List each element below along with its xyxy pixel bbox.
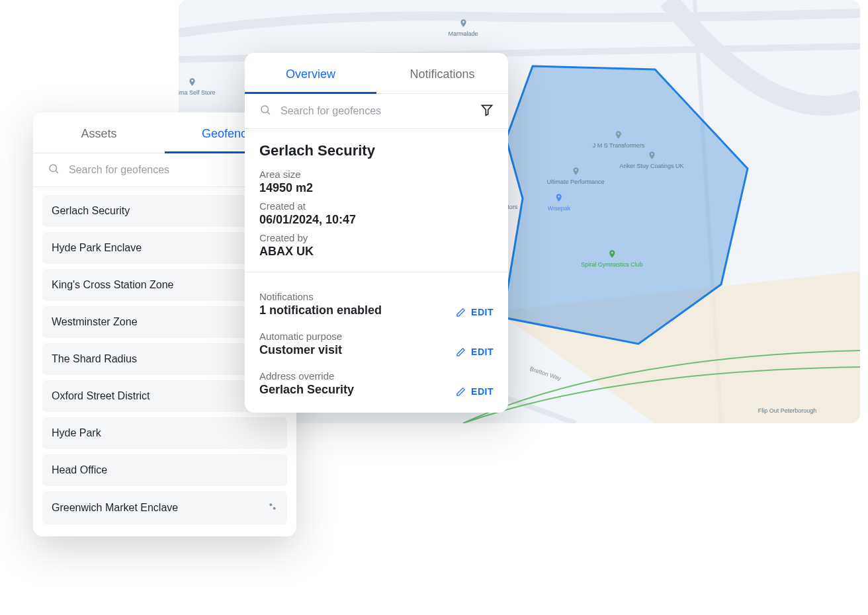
geofence-title: Gerlach Security xyxy=(259,142,494,159)
pencil-icon xyxy=(456,387,466,397)
geofence-item-label: Hyde Park Enclave xyxy=(52,242,142,254)
pencil-icon xyxy=(456,308,466,317)
detail-panel-tabs: Overview Notifications xyxy=(245,53,508,94)
purpose-value: Customer visit xyxy=(259,343,342,357)
tab-overview[interactable]: Overview xyxy=(245,53,376,93)
svg-point-3 xyxy=(273,507,276,510)
map-poi: J M S Transformers xyxy=(593,129,645,149)
map-poi: Anker Stuy Coatings UK xyxy=(619,149,683,169)
detail-search-input[interactable] xyxy=(279,104,472,118)
svg-point-0 xyxy=(50,165,57,172)
pin-icon xyxy=(267,501,278,514)
map-poi: Spiral Gymnastics Club xyxy=(581,248,643,268)
svg-line-1 xyxy=(56,171,58,173)
geofence-item-label: Oxford Street District xyxy=(52,390,150,402)
search-icon xyxy=(48,163,60,177)
svg-point-4 xyxy=(261,106,269,113)
geofence-item-label: Greenwich Market Enclave xyxy=(52,502,178,514)
geofence-item-label: Hyde Park xyxy=(52,427,101,439)
address-label: Address override xyxy=(259,370,354,382)
geofence-list-item[interactable]: Head Office xyxy=(42,454,287,486)
divider xyxy=(245,272,508,272)
search-icon xyxy=(259,104,271,118)
area-size-value: 14950 m2 xyxy=(259,181,494,195)
geofence-detail-panel: Overview Notifications Gerlach Security … xyxy=(245,53,508,413)
edit-label: EDIT xyxy=(471,347,494,357)
map-poi: Flip Out Peterborough xyxy=(758,406,817,414)
geofence-list-item[interactable]: Greenwich Market Enclave xyxy=(42,491,287,524)
geofence-item-label: Head Office xyxy=(52,464,107,476)
edit-purpose-button[interactable]: EDIT xyxy=(456,347,494,357)
geofence-item-label: The Shard Radius xyxy=(52,353,137,365)
edit-label: EDIT xyxy=(471,307,494,317)
area-size-label: Area size xyxy=(259,169,494,180)
geofence-item-label: Gerlach Security xyxy=(52,205,130,217)
map-poi: Wisepak xyxy=(548,192,571,212)
created-by-label: Created by xyxy=(259,232,494,243)
map-poi: Optima Self Store xyxy=(179,76,216,96)
svg-point-2 xyxy=(269,503,272,506)
map-poi: Marmalade xyxy=(448,17,478,37)
created-at-label: Created at xyxy=(259,200,494,212)
purpose-label: Automatic purpose xyxy=(259,331,342,342)
geofence-item-label: King's Cross Station Zone xyxy=(52,279,173,291)
notifications-label: Notifications xyxy=(259,291,382,302)
edit-notifications-button[interactable]: EDIT xyxy=(456,307,494,317)
geofence-item-label: Westminster Zone xyxy=(52,316,138,328)
detail-search-row xyxy=(245,94,508,129)
notifications-value: 1 notification enabled xyxy=(259,304,382,317)
map-poi: Ultimate Performance xyxy=(546,165,604,185)
geofence-list-item[interactable]: Hyde Park xyxy=(42,417,287,449)
svg-line-5 xyxy=(267,112,269,114)
edit-address-button[interactable]: EDIT xyxy=(456,386,494,397)
filter-icon[interactable] xyxy=(480,103,494,119)
edit-label: EDIT xyxy=(471,386,494,397)
created-at-value: 06/01/2024, 10:47 xyxy=(259,213,494,227)
address-value: Gerlach Security xyxy=(259,383,354,397)
tab-assets[interactable]: Assets xyxy=(33,112,165,153)
pencil-icon xyxy=(456,347,466,357)
svg-marker-6 xyxy=(482,105,492,115)
tab-notifications[interactable]: Notifications xyxy=(376,53,508,93)
created-by-value: ABAX UK xyxy=(259,245,494,259)
